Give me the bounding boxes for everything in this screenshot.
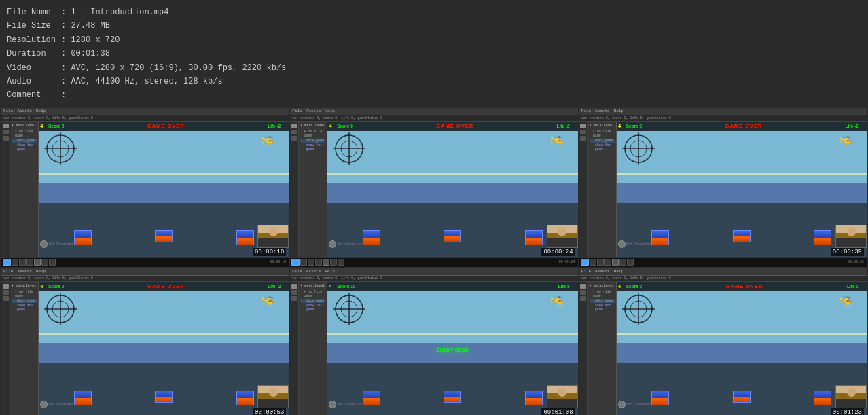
- audio-label: Audio: [7, 75, 61, 88]
- thumbnail-0[interactable]: File Assets Help var enemies-0, score-0,…: [1, 108, 289, 267]
- video-value: : AVC, 1280 x 720 (16:9), 30.00 fps, 222…: [61, 61, 286, 75]
- sidebar-icon-3: [580, 136, 586, 141]
- not-connected-icon: [329, 240, 336, 248]
- thumbnail-3[interactable]: File Assets Help var enemies-0, score-0,…: [1, 268, 289, 415]
- menu-file[interactable]: File: [292, 109, 302, 113]
- timestamp: 00:00:39: [831, 248, 864, 256]
- menu-assets[interactable]: Assets: [595, 269, 610, 274]
- vars-bar: var enemies-0, score-0, life-5, gameStat…: [3, 116, 93, 120]
- thumbnails-grid: File Assets Help var enemies-0, score-0,…: [0, 108, 868, 415]
- filename-value: : 1 - Introduction.mp4: [61, 5, 168, 19]
- sidebar-icon-3: [3, 136, 9, 141]
- timestamp: 00:00:24: [541, 248, 575, 256]
- comment-value: :: [61, 88, 66, 102]
- comment-label: Comment: [7, 88, 61, 102]
- thumbnail-5[interactable]: File Assets Help var enemies-0, score-0,…: [579, 268, 867, 415]
- filesize-label: File Size: [7, 19, 61, 33]
- menu-help[interactable]: Help: [614, 109, 623, 113]
- thumbnail-2[interactable]: File Assets Help var enemies-0, score-0,…: [579, 108, 867, 267]
- resolution-row: Resolution : 1280 x 720: [7, 33, 861, 47]
- not-connected-icon: [329, 401, 336, 408]
- timestamp: 00:00:10: [253, 248, 286, 256]
- sidebar-icon-3: [580, 296, 586, 301]
- menu-assets[interactable]: Assets: [306, 269, 321, 274]
- duration-label: Duration: [7, 47, 61, 60]
- sidebar-icon-1: [3, 284, 9, 289]
- menu-help[interactable]: Help: [36, 109, 46, 113]
- not-connected-icon: [618, 401, 626, 408]
- menu-file[interactable]: File: [581, 269, 591, 274]
- not-connected-icon: [40, 240, 48, 248]
- sidebar-icon-2: [580, 130, 586, 134]
- menu-assets[interactable]: Assets: [595, 109, 610, 113]
- sidebar-icon-1: [3, 124, 9, 128]
- menu-file[interactable]: File: [3, 109, 13, 113]
- sidebar-icon-3: [3, 296, 9, 301]
- audio-value: : AAC, 44100 Hz, stereo, 128 kb/s: [61, 75, 223, 88]
- menu-help[interactable]: Help: [36, 269, 46, 274]
- sidebar-icon-3: [291, 136, 297, 141]
- timestamp: 00:01:08: [541, 408, 575, 415]
- sidebar-icon-2: [3, 130, 9, 134]
- duration-row: Duration : 00:01:38: [7, 47, 861, 60]
- sidebar-icon-3: [291, 296, 297, 301]
- audio-row: Audio : AAC, 44100 Hz, stereo, 128 kb/s: [7, 75, 861, 88]
- video-label: Video: [7, 61, 61, 75]
- menu-assets[interactable]: Assets: [17, 269, 32, 274]
- filesize-value: : 27.48 MB: [61, 19, 110, 33]
- filename-label: File Name: [7, 5, 61, 19]
- not-connected-icon: [618, 240, 626, 248]
- not-connected-icon: [40, 401, 48, 408]
- thumbnail-1[interactable]: File Assets Help var enemies-0, score-0,…: [290, 108, 577, 267]
- menu-file[interactable]: File: [581, 109, 591, 113]
- thumbnail-4[interactable]: File Assets Help var enemies-0, score-0,…: [290, 268, 577, 415]
- sidebar-icon-1: [291, 124, 297, 128]
- menu-assets[interactable]: Assets: [17, 109, 32, 113]
- filename-row: File Name : 1 - Introduction.mp4: [7, 5, 861, 19]
- menu-help[interactable]: Help: [325, 109, 334, 113]
- sidebar-icon-2: [3, 290, 9, 295]
- info-panel: File Name : 1 - Introduction.mp4 File Si…: [0, 0, 868, 108]
- menu-file[interactable]: File: [292, 269, 302, 274]
- resolution-value: : 1280 x 720: [61, 33, 120, 47]
- menu-help[interactable]: Help: [325, 269, 334, 274]
- sidebar-icon-1: [580, 124, 586, 128]
- video-row: Video : AVC, 1280 x 720 (16:9), 30.00 fp…: [7, 61, 861, 75]
- menu-help[interactable]: Help: [614, 269, 623, 274]
- app-container: File Name : 1 - Introduction.mp4 File Si…: [0, 0, 868, 415]
- vars-bar: var enemies-0, score-0, life-5, gameStat…: [3, 276, 93, 281]
- menu-file[interactable]: File: [3, 269, 13, 274]
- sidebar-icon-2: [580, 290, 586, 295]
- vars-bar: var enemies-0, score-0, life-5, gameStat…: [581, 276, 671, 281]
- resolution-label: Resolution: [7, 33, 61, 47]
- duration-value: : 00:01:38: [61, 47, 110, 60]
- sidebar-icon-1: [580, 284, 586, 289]
- sidebar-icon-1: [291, 284, 297, 289]
- filesize-row: File Size : 27.48 MB: [7, 19, 861, 33]
- sidebar-icon-2: [291, 290, 297, 295]
- timestamp: 00:01:23: [831, 408, 864, 415]
- vars-bar: var enemies-0, score-0, life-5, gameStat…: [292, 276, 382, 281]
- comment-row: Comment :: [7, 88, 861, 102]
- menu-assets[interactable]: Assets: [306, 109, 321, 113]
- timestamp: 00:00:53: [253, 408, 286, 415]
- sidebar-icon-2: [291, 130, 297, 134]
- vars-bar: var enemies-0, score-0, life-5, gameStat…: [581, 116, 671, 120]
- vars-bar: var enemies-0, score-0, life-5, gameStat…: [292, 116, 382, 120]
